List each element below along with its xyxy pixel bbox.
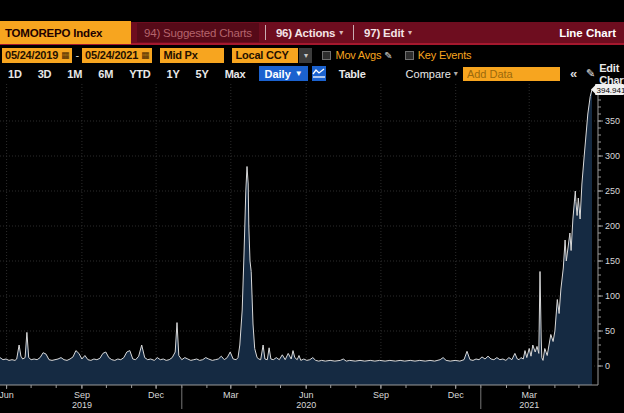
price-field-select[interactable]: Mid Px — [160, 48, 224, 63]
y-axis-ticks: 050100150200250300350 — [598, 93, 620, 371]
svg-text:0: 0 — [605, 361, 610, 371]
axes — [0, 84, 598, 385]
svg-text:2021: 2021 — [519, 400, 539, 410]
chart-type-title: Line Chart — [559, 27, 616, 39]
menu-separator — [353, 25, 354, 40]
actions-menu-button[interactable]: 96) Actions ▾ — [272, 27, 347, 39]
x-axis-ticks: JunSepDecMarJunSepDecMar201920202021 — [0, 385, 579, 410]
svg-text:Mar: Mar — [521, 390, 537, 400]
date-range-dash: - — [75, 49, 79, 61]
svg-text:Dec: Dec — [448, 390, 465, 400]
svg-text:Sep: Sep — [74, 390, 90, 400]
range-button-ytd[interactable]: YTD — [129, 68, 150, 80]
chevron-down-icon: ▼ — [295, 69, 303, 78]
date-from-field[interactable]: 05/24/2019 ▦ — [2, 48, 72, 63]
period-select[interactable]: Daily ▼ — [259, 66, 307, 81]
svg-text:394.941: 394.941 — [597, 86, 624, 95]
menu-separator — [265, 25, 266, 40]
pencil-icon[interactable]: ✎ — [384, 50, 392, 61]
svg-text:50: 50 — [605, 326, 615, 336]
svg-text:Jun: Jun — [0, 390, 14, 400]
edit-chart-button[interactable]: ✎ Edit Chart — [586, 62, 624, 86]
area-fill — [0, 90, 592, 386]
range-button-1y[interactable]: 1Y — [167, 68, 180, 80]
bloomberg-terminal-window: TOMOREPO Index 94) Suggested Charts 96) … — [0, 0, 624, 413]
chart-settings-row: 05/24/2019 ▦ - 05/24/2021 ▦ Mid Px Local… — [0, 47, 624, 63]
chevron-down-icon: ▾ — [339, 28, 343, 37]
chevron-down-icon[interactable]: ▾ — [299, 48, 312, 63]
security-ticker-field[interactable]: TOMOREPO Index — [0, 21, 131, 44]
range-button-3d[interactable]: 3D — [38, 68, 52, 80]
suggested-charts-button[interactable]: 94) Suggested Charts — [137, 23, 259, 42]
mov-avgs-toggle[interactable]: Mov Avgs ✎ — [322, 49, 392, 61]
gridlines — [0, 84, 598, 385]
price-chart-canvas[interactable]: 050100150200250300350JunSepDecMarJunSepD… — [0, 84, 624, 413]
calendar-icon[interactable]: ▦ — [141, 50, 149, 60]
chevron-down-icon: ▾ — [408, 28, 412, 37]
table-button[interactable]: Table — [339, 68, 366, 80]
line-chart-type-button[interactable] — [312, 66, 326, 81]
svg-text:Sep: Sep — [373, 390, 389, 400]
svg-text:250: 250 — [605, 186, 620, 196]
range-buttons: 1D3D1M6MYTD1Y5YMax — [0, 68, 245, 80]
range-button-1m[interactable]: 1M — [67, 68, 82, 80]
svg-text:Mar: Mar — [223, 390, 239, 400]
range-button-1d[interactable]: 1D — [8, 68, 22, 80]
pencil-icon: ✎ — [586, 67, 595, 80]
key-events-checkbox[interactable] — [405, 51, 414, 60]
date-to-field[interactable]: 05/24/2021 ▦ — [82, 48, 152, 63]
svg-text:300: 300 — [605, 151, 620, 161]
edit-menu-button[interactable]: 97) Edit ▾ — [360, 27, 416, 39]
key-events-toggle[interactable]: Key Events — [405, 49, 472, 61]
range-button-5y[interactable]: 5Y — [196, 68, 209, 80]
range-button-max[interactable]: Max — [225, 68, 246, 80]
last-price-badge: 394.941 — [591, 84, 624, 95]
chart-toolbar-row: 1D3D1M6MYTD1Y5YMax Daily ▼ Table Compare… — [0, 63, 624, 84]
chevron-down-icon: ▾ — [454, 69, 458, 78]
price-line — [0, 90, 592, 362]
security-ticker-label: TOMOREPO Index — [5, 27, 102, 39]
svg-text:150: 150 — [605, 256, 620, 266]
svg-text:Dec: Dec — [148, 390, 165, 400]
compare-button[interactable]: Compare ▾ — [406, 68, 458, 80]
svg-text:100: 100 — [605, 291, 620, 301]
svg-text:200: 200 — [605, 221, 620, 231]
collapse-panel-icon[interactable]: « — [570, 66, 577, 81]
top-menu-bar: TOMOREPO Index 94) Suggested Charts 96) … — [0, 22, 624, 45]
add-data-input[interactable] — [463, 67, 560, 81]
range-button-6m[interactable]: 6M — [98, 68, 113, 80]
svg-text:350: 350 — [605, 116, 620, 126]
line-chart-icon — [312, 68, 326, 79]
currency-select[interactable]: Local CCY ▾ — [232, 48, 312, 63]
svg-text:2020: 2020 — [296, 400, 316, 410]
svg-text:2019: 2019 — [72, 400, 92, 410]
mov-avgs-checkbox[interactable] — [322, 51, 331, 60]
svg-text:Jun: Jun — [299, 390, 314, 400]
calendar-icon[interactable]: ▦ — [61, 50, 69, 60]
